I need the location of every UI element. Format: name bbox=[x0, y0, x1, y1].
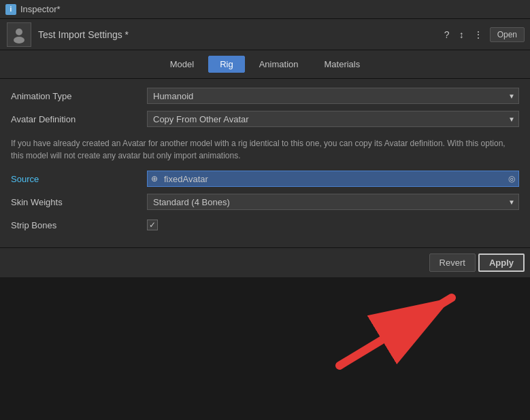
skin-weights-label: Skin Weights bbox=[11, 197, 147, 207]
header-title: Test Import Settings * bbox=[38, 29, 129, 40]
strip-bones-label: Strip Bones bbox=[11, 220, 147, 230]
strip-bones-checkbox-wrapper bbox=[147, 220, 158, 230]
svg-point-2 bbox=[14, 37, 24, 43]
animation-type-row: Animation Type Humanoid None Legacy Gene… bbox=[11, 87, 519, 105]
button-row: Revert Apply bbox=[0, 247, 530, 277]
source-target-icon[interactable]: ◎ bbox=[508, 174, 515, 183]
avatar bbox=[7, 22, 31, 47]
strip-bones-row: Strip Bones bbox=[11, 216, 519, 234]
skin-weights-row: Skin Weights Standard (4 Bones) Custom bbox=[11, 193, 519, 211]
avatar-definition-row: Avatar Definition Copy From Other Avatar… bbox=[11, 110, 519, 128]
more-icon[interactable]: ⋮ bbox=[471, 28, 486, 41]
tab-materials[interactable]: Materials bbox=[313, 56, 372, 73]
source-input-wrapper: ⊕ ◎ bbox=[147, 171, 519, 187]
arrow-area bbox=[0, 277, 530, 386]
content-area: Animation Type Humanoid None Legacy Gene… bbox=[0, 79, 530, 247]
skin-weights-select[interactable]: Standard (4 Bones) Custom bbox=[147, 194, 519, 210]
info-box: If you have already created an Avatar fo… bbox=[11, 133, 519, 167]
revert-button[interactable]: Revert bbox=[429, 253, 476, 272]
header-actions: ? ↕ ⋮ Open bbox=[442, 27, 525, 42]
inspector-icon: i bbox=[5, 4, 16, 15]
avatar-definition-label: Avatar Definition bbox=[11, 114, 147, 124]
arrow-indicator bbox=[326, 284, 476, 372]
header: Test Import Settings * ? ↕ ⋮ Open bbox=[0, 19, 530, 50]
tabs-bar: Model Rig Animation Materials bbox=[0, 50, 530, 79]
svg-point-1 bbox=[16, 29, 22, 35]
source-label: Source bbox=[11, 174, 147, 184]
animation-type-label: Animation Type bbox=[11, 91, 147, 101]
source-row: Source ⊕ ◎ bbox=[11, 170, 519, 188]
tab-animation[interactable]: Animation bbox=[248, 56, 310, 73]
layout-icon[interactable]: ↕ bbox=[457, 28, 467, 41]
animation-type-wrapper: Humanoid None Legacy Generic bbox=[147, 88, 519, 104]
open-button[interactable]: Open bbox=[490, 27, 525, 42]
tab-model[interactable]: Model bbox=[159, 56, 205, 73]
avatar-definition-wrapper: Copy From Other Avatar Create From This … bbox=[147, 111, 519, 127]
source-input[interactable] bbox=[147, 171, 519, 187]
title-bar: i Inspector* bbox=[0, 0, 530, 19]
avatar-definition-select[interactable]: Copy From Other Avatar Create From This … bbox=[147, 111, 519, 127]
animation-type-select[interactable]: Humanoid None Legacy Generic bbox=[147, 88, 519, 104]
tab-rig[interactable]: Rig bbox=[208, 56, 245, 73]
apply-button[interactable]: Apply bbox=[478, 253, 525, 272]
skin-weights-wrapper: Standard (4 Bones) Custom bbox=[147, 194, 519, 210]
title-bar-text: Inspector* bbox=[20, 4, 61, 14]
strip-bones-checkbox[interactable] bbox=[147, 220, 158, 230]
help-icon[interactable]: ? bbox=[442, 28, 452, 41]
svg-line-4 bbox=[339, 298, 452, 366]
source-avatar-icon: ⊕ bbox=[151, 174, 158, 183]
